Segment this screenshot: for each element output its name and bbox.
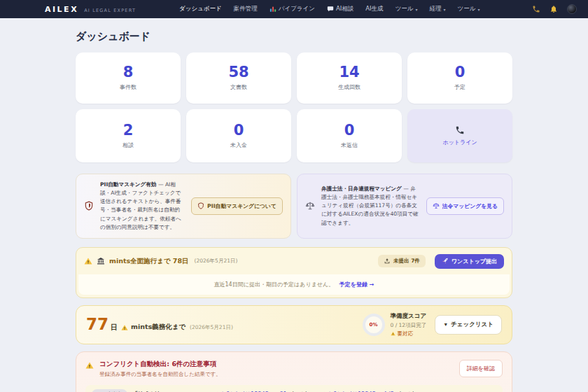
warning-icon (85, 361, 94, 370)
warning-icon (391, 331, 396, 336)
law-mapping-button[interactable]: 法令マッピングを見る (426, 197, 504, 215)
nav-ai-consult[interactable]: AI相談 (327, 5, 354, 13)
pii-masking-button[interactable]: PII自動マスキングについて (191, 197, 283, 215)
stat-value: 14 (339, 65, 359, 80)
readiness-score-block: 準備度スコア 0 / 12項目完了 要対応 (391, 312, 427, 337)
readiness-label: mints義務化まで (131, 323, 186, 332)
shield-icon (84, 201, 94, 211)
chevron-down-icon: ▾ (477, 7, 479, 12)
conflict-rows: 同一当事者 「株式会社サクラテック」 → 令和6年(ワ)第12345号-e81 … (85, 385, 503, 392)
mints-alert-date: (2026年5月21日) (195, 258, 238, 265)
courthouse-icon (97, 257, 105, 265)
nav-tools-1[interactable]: ツール▾ (396, 5, 418, 13)
rocket-icon (442, 258, 449, 265)
stats-row-1: 8 事件数 58 文書数 14 生成回数 0 予定 (76, 52, 512, 104)
phone-icon[interactable] (532, 5, 540, 13)
shield-icon (197, 202, 204, 209)
conflict-title: コンフリクト自動検出: 6件の注意事項 (99, 360, 221, 369)
readiness-progress-ring: 0% (363, 314, 385, 336)
stat-card-cases[interactable]: 8 事件数 (76, 52, 181, 104)
conflict-header: コンフリクト自動検出: 6件の注意事項 登録済み事件の当事者名を自動照合した結果… (85, 360, 503, 378)
same-party-badge: 同一当事者 (92, 389, 127, 392)
readiness-days: 77 (86, 316, 108, 332)
score-status: 要対応 (391, 330, 427, 337)
law-mapping-text: 弁護士法・日弁連規程マッピング — 弁護士法・弁護士職務基本規程・情報セキュリテ… (321, 185, 420, 227)
brand: AILEX AI LEGAL EXPERT (45, 5, 136, 14)
conflict-row[interactable]: 同一当事者 「株式会社サクラテック」 → 令和6年(ワ)第12345号-e81 … (85, 385, 503, 392)
mints-readiness-card: 77 日 mints義務化まで (2026年5月21日) 0% 準備度スコア 0… (76, 305, 512, 344)
navbar: AILEX AI LEGAL EXPERT ダッシュボード 案件管理 パイプライ… (0, 0, 588, 18)
main-nav: ダッシュボード 案件管理 パイプライン AI相談 AI生成 ツール▾ 経理▾ ツ… (179, 5, 479, 13)
hotline-label: ホットライン (442, 139, 477, 146)
checklist-button[interactable]: ▼ チェックリスト (435, 315, 502, 335)
stat-label: 未返信 (341, 141, 358, 149)
stat-label: 生成回数 (338, 83, 360, 91)
stat-value: 58 (228, 65, 248, 80)
nav-ai-generate[interactable]: AI生成 (365, 5, 383, 13)
conflict-detection-card: コンフリクト自動検出: 6件の注意事項 登録済み事件の当事者名を自動照合した結果… (76, 351, 512, 392)
readiness-days-unit: 日 (111, 323, 118, 332)
stat-label: 相談 (122, 141, 134, 149)
stat-value: 0 (455, 65, 465, 80)
schedule-empty-panel: 直近14日間に提出・期日の予定はありません。 予定を登録 → (78, 274, 510, 295)
unsubmitted-badge[interactable]: 未提出 7件 (378, 255, 426, 267)
bell-icon[interactable] (550, 5, 558, 13)
pii-masking-card: PII自動マスキング有効 — AI相談・AI生成・ファクトチェックで送信されるテ… (76, 174, 291, 239)
stat-label: 事件数 (120, 83, 136, 91)
navbar-actions (532, 4, 577, 14)
readiness-date: (2026年5月21日) (190, 324, 233, 331)
mints-alert-header: mints全面施行まで 78日 (2026年5月21日) 未提出 7件 ワンスト… (76, 248, 512, 274)
register-schedule-link[interactable]: 予定を登録 → (340, 281, 374, 288)
schedule-empty-message: 直近14日間に提出・期日の予定はありません。 (214, 281, 335, 288)
chat-bubble-icon (327, 6, 334, 13)
hotline-card[interactable]: ホットライン (407, 109, 512, 162)
brand-tagline: AI LEGAL EXPERT (84, 8, 136, 13)
readiness-percent: 0% (370, 322, 378, 328)
law-mapping-card: 弁護士法・日弁連規程マッピング — 弁護士法・弁護士職務基本規程・情報セキュリテ… (297, 174, 512, 239)
stat-card-consultations[interactable]: 2 相談 (76, 109, 181, 162)
mints-alert-title: mints全面施行まで 78日 (109, 257, 189, 266)
phone-icon (455, 125, 465, 135)
caret-down-icon: ▼ (443, 322, 448, 327)
stat-label: 文書数 (230, 83, 247, 91)
stat-value: 0 (234, 123, 244, 138)
onestop-submit-button[interactable]: ワンストップ提出 (435, 254, 504, 269)
nav-pipeline[interactable]: パイプライン (270, 5, 315, 13)
score-title: 準備度スコア (391, 312, 427, 321)
pii-masking-body: — AI相談・AI生成・ファクトチェックで送信されるテキストから、事件番号・当事… (100, 181, 181, 230)
brand-logo: AILEX (45, 5, 78, 14)
chevron-down-icon: ▾ (444, 7, 446, 12)
scales-icon (305, 201, 315, 211)
stat-label: 予定 (454, 83, 465, 91)
scales-icon (433, 202, 440, 209)
outbox-icon (384, 258, 391, 265)
score-progress: 0 / 12項目完了 (391, 322, 427, 329)
bar-chart-icon (270, 6, 276, 13)
conflict-detail-button[interactable]: 詳細を確認 (459, 360, 503, 377)
pii-masking-title: PII自動マスキング有効 (100, 181, 156, 188)
page-title: ダッシュボード (76, 18, 512, 52)
stat-card-documents[interactable]: 58 文書数 (186, 52, 291, 104)
law-mapping-title: 弁護士法・日弁連規程マッピング (321, 186, 402, 192)
stat-card-unpaid[interactable]: 0 未入金 (186, 109, 291, 162)
mints-alert-card: mints全面施行まで 78日 (2026年5月21日) 未提出 7件 ワンスト… (76, 247, 512, 298)
user-avatar[interactable] (567, 4, 577, 14)
stat-value: 2 (123, 123, 134, 138)
nav-dashboard[interactable]: ダッシュボード (179, 5, 222, 13)
stat-card-generations[interactable]: 14 生成回数 (297, 52, 402, 104)
conflict-subtitle: 登録済み事件の当事者名を自動照合した結果です。 (99, 371, 221, 378)
conflict-titles: コンフリクト自動検出: 6件の注意事項 登録済み事件の当事者名を自動照合した結果… (99, 360, 221, 378)
stat-card-schedule[interactable]: 0 予定 (407, 52, 512, 104)
nav-accounting[interactable]: 経理▾ (430, 5, 446, 13)
nav-case-management[interactable]: 案件管理 (234, 5, 258, 13)
nav-tools-2[interactable]: ツール▾ (458, 5, 480, 13)
stat-label: 未入金 (230, 141, 247, 149)
stat-card-unreplied[interactable]: 0 未返信 (297, 109, 402, 162)
info-cards: PII自動マスキング有効 — AI相談・AI生成・ファクトチェックで送信されるテ… (76, 174, 512, 239)
chevron-down-icon: ▾ (416, 7, 418, 12)
stat-value: 8 (123, 65, 134, 80)
pii-masking-text: PII自動マスキング有効 — AI相談・AI生成・ファクトチェックで送信されるテ… (100, 181, 185, 232)
warning-icon (84, 257, 92, 265)
stats-row-2: 2 相談 0 未入金 0 未返信 ホットライン (76, 109, 512, 162)
stat-value: 0 (344, 123, 355, 138)
